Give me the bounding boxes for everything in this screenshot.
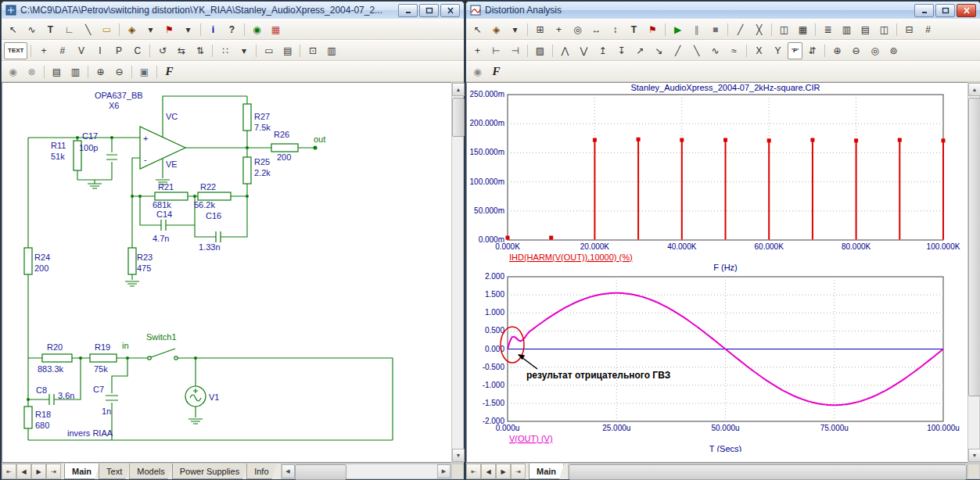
power-display-icon[interactable]: P <box>109 42 127 59</box>
title-block-icon[interactable]: ▤ <box>278 42 296 59</box>
fourier-window-icon[interactable]: F <box>160 63 178 81</box>
help-mode-icon[interactable]: ? <box>223 21 241 38</box>
go-to-y-icon[interactable]: Y <box>769 42 787 59</box>
select-arrow-icon[interactable]: ↖ <box>4 21 22 38</box>
text-mode-icon[interactable]: T <box>625 21 643 38</box>
schematic-components[interactable] <box>24 104 298 428</box>
graphics-mode-icon[interactable]: ▭ <box>98 21 116 38</box>
rotate-icon[interactable]: ↺ <box>153 42 171 59</box>
flag-dropdown-icon[interactable]: ▾ <box>179 21 197 38</box>
rise-edge-icon[interactable]: ↗ <box>631 42 649 59</box>
color-palette-icon[interactable]: ▦ <box>267 21 285 38</box>
first-page-button[interactable]: ⇤ <box>466 464 481 479</box>
tab-main[interactable]: Main <box>64 464 99 479</box>
xy-grid-icon[interactable]: ▨ <box>531 42 549 59</box>
cursor-select-icon[interactable]: + <box>468 42 486 59</box>
pause-button[interactable]: ∥ <box>687 21 705 38</box>
layout-tile-icon[interactable]: ◫ <box>875 21 893 38</box>
previous-page-button[interactable]: ◀ <box>16 464 31 479</box>
cancel-icon[interactable]: ⊗ <box>23 63 41 81</box>
point-tag-icon[interactable]: ◎ <box>569 21 587 38</box>
send-to-back-icon[interactable]: ▥ <box>66 63 84 81</box>
conditions-icon[interactable]: C <box>128 42 146 59</box>
low-icon[interactable]: ↧ <box>612 42 630 59</box>
node-numbers-icon[interactable]: # <box>53 42 71 59</box>
schematic-canvas[interactable]: OPA637_BBX6VCVE+-R1151kC17100pR277.5kR26… <box>2 82 451 463</box>
ortho-line-icon[interactable]: ∟ <box>60 21 78 38</box>
fourier-window-icon[interactable]: F <box>487 63 505 81</box>
info-mode-icon[interactable]: i <box>204 21 222 38</box>
prev-point-icon[interactable]: ⊣ <box>506 42 524 59</box>
panel-grid-icon[interactable]: ◫ <box>775 21 793 38</box>
scroll-track[interactable] <box>968 96 979 449</box>
layout-columns-icon[interactable]: ▥ <box>838 21 856 38</box>
vertical-scrollbar[interactable]: ▲ ▼ <box>967 82 980 463</box>
border-icon[interactable]: ▭ <box>260 42 278 59</box>
envelope-icon[interactable]: ≈ <box>725 42 743 59</box>
component-dropdown-icon[interactable]: ▾ <box>142 21 160 38</box>
normalize-icon[interactable]: ⇵ <box>803 42 821 59</box>
fall-edge-icon[interactable]: ↘ <box>650 42 668 59</box>
maximize-button[interactable] <box>935 4 955 17</box>
browse-icon[interactable]: ◉ <box>248 21 266 38</box>
inflection-icon[interactable]: ∿ <box>706 42 724 59</box>
data-points-icon[interactable]: ▦ <box>794 21 812 38</box>
scroll-right-button[interactable]: ▶ <box>437 464 451 478</box>
minimize-button[interactable] <box>914 4 934 17</box>
split-view-icon[interactable]: ▥ <box>322 42 340 59</box>
component-mode-icon[interactable]: ◈ <box>123 21 141 38</box>
zoom-in-icon[interactable]: ⊕ <box>828 42 846 59</box>
layout-overlay-icon[interactable]: ▤ <box>856 21 874 38</box>
scroll-thumb[interactable] <box>295 464 346 480</box>
source-v1[interactable] <box>185 386 206 407</box>
text-attributes-button[interactable]: TEXT <box>4 42 27 59</box>
tab-text[interactable]: Text <box>99 464 130 479</box>
crosshair-icon[interactable]: ╳ <box>750 21 768 38</box>
close-button[interactable] <box>440 4 460 17</box>
last-page-button[interactable]: ⇥ <box>511 464 526 479</box>
flip-horizontal-icon[interactable]: ⇆ <box>172 42 190 59</box>
minimize-button[interactable] <box>398 4 418 17</box>
snapshot-icon[interactable]: ▣ <box>135 63 153 81</box>
component-shapes-icon[interactable]: ◈ <box>487 21 505 38</box>
tab-power-supplies[interactable]: Power Supplies <box>172 464 247 479</box>
horizontal-scrollbar[interactable] <box>568 464 967 479</box>
grid-icon[interactable]: ∷ <box>216 42 234 59</box>
plot-canvas[interactable]: Stanley_AudioXpress_2004-07_2kHz-square.… <box>466 82 967 463</box>
vertical-tag-icon[interactable]: ↕ <box>606 21 624 38</box>
zoom-area-icon[interactable]: ⊡ <box>303 42 321 59</box>
component-dropdown-icon[interactable]: ▾ <box>506 21 524 38</box>
wire-mode-icon[interactable]: ∿ <box>23 21 41 38</box>
bring-to-front-icon[interactable]: ▤ <box>48 63 66 81</box>
scope-icon[interactable]: ◉ <box>468 63 486 81</box>
scroll-down-button[interactable]: ▼ <box>968 449 980 462</box>
scroll-left-button[interactable]: ◀ <box>282 464 295 478</box>
close-button[interactable] <box>957 4 976 17</box>
flag-mode-icon[interactable]: ⚑ <box>160 21 178 38</box>
tab-info[interactable]: Info <box>246 464 276 479</box>
horizontal-scrollbar[interactable]: ◀ ▶ <box>281 464 451 479</box>
text-mode-icon[interactable]: T <box>41 21 59 38</box>
flip-vertical-icon[interactable]: ⇅ <box>191 42 209 59</box>
scroll-thumb[interactable] <box>452 98 465 137</box>
help-topics-icon[interactable]: ◉ <box>4 63 22 81</box>
high-icon[interactable]: ↥ <box>594 42 612 59</box>
horizontal-tag-icon[interactable]: ↔ <box>587 21 605 38</box>
diagonal-line-icon[interactable]: ╲ <box>79 21 97 38</box>
previous-page-button[interactable]: ◀ <box>481 464 496 479</box>
zoom-region-icon[interactable]: ◎ <box>866 42 884 59</box>
switch-switch1[interactable] <box>148 349 178 360</box>
vertical-scrollbar[interactable]: ▲ ▼ <box>451 82 464 463</box>
first-page-button[interactable]: ⇤ <box>2 464 16 479</box>
valley-icon[interactable]: ⋁ <box>575 42 593 59</box>
zoom-out-icon[interactable]: ⊖ <box>110 63 128 81</box>
scroll-up-button[interactable]: ▲ <box>968 83 980 96</box>
scroll-track[interactable] <box>452 96 463 449</box>
branch-currents-icon[interactable]: I <box>91 42 109 59</box>
scroll-track[interactable] <box>569 464 967 478</box>
tab-main[interactable]: Main <box>529 464 564 479</box>
cursor-mode-icon[interactable]: + <box>550 21 568 38</box>
scroll-up-button[interactable]: ▲ <box>452 83 465 96</box>
go-to-x-icon[interactable]: X <box>750 42 768 59</box>
properties-icon[interactable]: ⊟ <box>900 21 918 38</box>
